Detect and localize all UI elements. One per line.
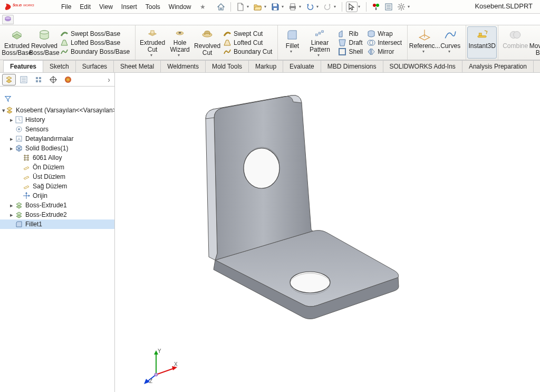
- svg-point-80: [290, 272, 330, 293]
- tab-features[interactable]: Features: [3, 60, 43, 72]
- reference-label: Referenc...: [409, 43, 440, 50]
- part-icon: [5, 106, 14, 114]
- tab-mbd[interactable]: MBD Dimensions: [321, 60, 383, 72]
- pm-tab-icon[interactable]: [17, 74, 31, 85]
- graphics-area[interactable]: Y X Z: [115, 73, 540, 392]
- revolved-cut-button[interactable]: Revolved Cut: [194, 27, 221, 58]
- home-icon[interactable]: [215, 2, 227, 12]
- settings-icon[interactable]: [396, 2, 407, 12]
- rebuild-icon[interactable]: [370, 2, 382, 12]
- tab-analysis[interactable]: Analysis Preparation: [462, 60, 534, 72]
- tree-item[interactable]: Ön Düzlem: [0, 162, 114, 172]
- boundary-cut-button[interactable]: Boundary Cut: [223, 47, 272, 56]
- tree-item-label: Fillet1: [25, 221, 42, 228]
- revolved-boss-button[interactable]: Revolved Boss/Base: [31, 27, 58, 58]
- tree-item[interactable]: Sensors: [0, 125, 114, 134]
- extruded-boss-button[interactable]: Extruded Boss/Base: [3, 27, 31, 58]
- fillet-icon: [15, 220, 23, 228]
- svg-text:OLID: OLID: [15, 3, 22, 6]
- tab-sketch[interactable]: Sketch: [43, 60, 76, 72]
- cm-tab-icon[interactable]: [32, 74, 45, 85]
- tab-flowsim[interactable]: Flow Simulation: [533, 60, 540, 72]
- tree-item-label: History: [25, 116, 45, 123]
- extrude-icon: [15, 211, 23, 219]
- fillet-button[interactable]: Fillet▾: [281, 27, 303, 58]
- tab-surfaces[interactable]: Surfaces: [75, 60, 114, 72]
- config-tab[interactable]: [2, 15, 14, 24]
- intersect-button[interactable]: Intersect: [367, 39, 402, 47]
- extruded-cut-button[interactable]: Extruded Cut▾: [139, 27, 166, 58]
- svg-text:WORKS: WORKS: [23, 3, 34, 6]
- lofted-cut-button[interactable]: Lofted Cut: [223, 39, 272, 47]
- svg-rect-7: [291, 8, 295, 10]
- tree-item[interactable]: ▸Solid Bodies(1): [0, 144, 114, 153]
- movecopy-button[interactable]: Move/Copy Bodies: [529, 27, 540, 58]
- pin-icon[interactable]: ★: [200, 3, 206, 11]
- view-triad[interactable]: Y X Z: [141, 347, 178, 384]
- linear-pattern-label: Linear Pattern: [303, 40, 336, 53]
- tree-item[interactable]: Sağ Düzlem: [0, 181, 114, 191]
- menu-file[interactable]: File: [57, 3, 75, 11]
- tree-item[interactable]: 6061 Alloy: [0, 153, 114, 162]
- save-icon[interactable]: [269, 2, 281, 12]
- tree-item[interactable]: ▸Boss-Extrude2: [0, 210, 114, 219]
- wrap-button[interactable]: Wrap: [367, 30, 402, 38]
- linear-pattern-button[interactable]: Linear Pattern▾: [303, 27, 336, 58]
- tree-item[interactable]: Orijin: [0, 191, 114, 200]
- swept-cut-button[interactable]: Swept Cut: [223, 30, 272, 38]
- shell-button[interactable]: Shell: [338, 47, 363, 56]
- tab-moldtools[interactable]: Mold Tools: [205, 60, 249, 72]
- new-icon[interactable]: [235, 2, 246, 12]
- tab-sheetmetal[interactable]: Sheet Metal: [113, 60, 161, 72]
- config-tabstrip: [0, 14, 540, 25]
- tree-item[interactable]: ▸Boss-Extrude1: [0, 200, 114, 210]
- open-icon[interactable]: [252, 2, 264, 12]
- svg-text:X: X: [174, 361, 178, 367]
- instant3d-button[interactable]: Instant3D: [467, 26, 497, 59]
- tree-item[interactable]: ▸History: [0, 115, 114, 125]
- tree-root-label: Kosebent (Varsayılan<<Varsayılan>_: [16, 107, 114, 114]
- menu-window[interactable]: Window: [165, 3, 196, 11]
- svg-rect-34: [322, 31, 324, 33]
- select-icon[interactable]: [346, 2, 358, 12]
- fm-tab-icon[interactable]: [2, 74, 16, 85]
- hole-wizard-label: Hole Wizard: [166, 40, 194, 53]
- feature-tree[interactable]: ▾ Kosebent (Varsayılan<<Varsayılan>_ ▸Hi…: [0, 104, 114, 392]
- tab-evaluate[interactable]: Evaluate: [283, 60, 321, 72]
- svg-point-27: [40, 31, 49, 34]
- menu-tools[interactable]: Tools: [141, 3, 165, 11]
- tree-item[interactable]: ▸ADetaylandırmalar: [0, 134, 114, 144]
- lofted-boss-button[interactable]: Lofted Boss/Base: [60, 39, 130, 47]
- tree-item-label: 6061 Alloy: [33, 154, 62, 161]
- tree-item[interactable]: Üst Düzlem: [0, 172, 114, 181]
- menu-edit[interactable]: Edit: [75, 3, 95, 11]
- menu-view[interactable]: View: [95, 3, 117, 11]
- swept-boss-button[interactable]: Swept Boss/Base: [60, 30, 130, 38]
- tree-root[interactable]: ▾ Kosebent (Varsayılan<<Varsayılan>_: [0, 106, 114, 115]
- tab-addins[interactable]: SOLIDWORKS Add-Ins: [383, 60, 462, 72]
- reference-geom-button[interactable]: Referenc...▾: [411, 27, 438, 58]
- mirror-button[interactable]: Mirror: [367, 47, 402, 56]
- curves-button[interactable]: Curves▾: [438, 27, 462, 58]
- svg-rect-60: [39, 80, 41, 82]
- tab-weldments[interactable]: Weldments: [160, 60, 206, 72]
- options-list-icon[interactable]: [383, 2, 394, 12]
- svg-rect-33: [319, 32, 321, 34]
- print-icon[interactable]: [287, 2, 298, 12]
- tree-item-label: Solid Bodies(1): [25, 145, 68, 152]
- draft-button[interactable]: Draft: [338, 39, 363, 47]
- filter-icon[interactable]: [4, 95, 12, 102]
- hole-wizard-button[interactable]: Hole Wizard▾: [166, 27, 194, 58]
- boundary-boss-button[interactable]: Boundary Boss/Base: [60, 47, 130, 56]
- sidebar-chevron-icon[interactable]: ›: [108, 75, 112, 84]
- rib-button[interactable]: Rib: [338, 30, 363, 38]
- svg-text:Y: Y: [158, 348, 161, 354]
- tab-markup[interactable]: Markup: [248, 60, 283, 72]
- undo-icon[interactable]: [304, 2, 316, 12]
- redo-icon[interactable]: [322, 2, 333, 12]
- dm-tab-icon[interactable]: [46, 74, 60, 85]
- tree-item[interactable]: Fillet1: [0, 219, 114, 229]
- origin-icon: [22, 192, 31, 200]
- menu-insert[interactable]: Insert: [117, 3, 141, 11]
- appearance-tab-icon[interactable]: [61, 74, 75, 85]
